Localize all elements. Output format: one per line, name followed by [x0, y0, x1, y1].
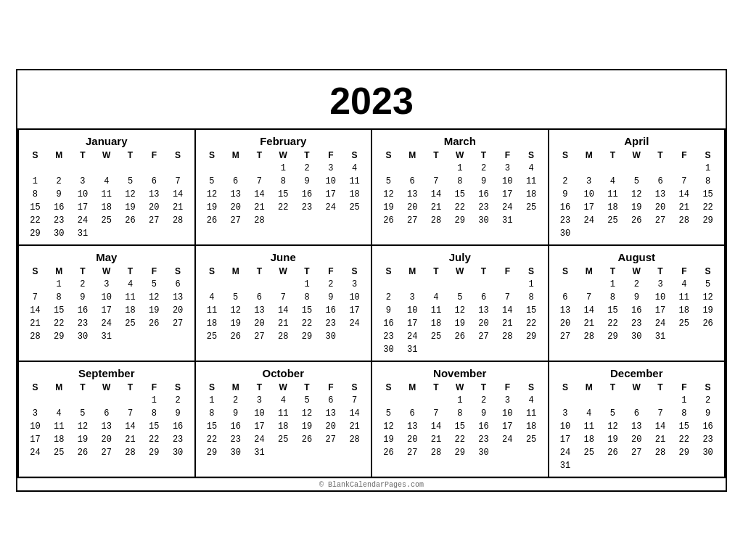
day-header: M: [401, 149, 424, 162]
day-cell: 13: [554, 304, 578, 317]
day-cell: 14: [342, 407, 366, 420]
day-cell: 19: [625, 201, 649, 214]
day-cell: 0: [601, 459, 625, 472]
day-cell: 7: [23, 291, 47, 304]
day-cell: 27: [166, 317, 190, 330]
day-cell: 29: [47, 330, 71, 343]
day-cell: 9: [377, 304, 401, 317]
day-cell: 20: [649, 201, 673, 214]
day-cell: 30: [625, 330, 649, 343]
day-cell: 0: [496, 278, 520, 291]
day-cell: 17: [319, 188, 342, 201]
day-cell: 25: [200, 330, 224, 343]
day-cell: 27: [142, 214, 166, 227]
month-grid: SMTWTFS000123456789101112131415161718192…: [377, 381, 543, 472]
day-cell: 0: [200, 278, 224, 291]
month-name: May: [23, 249, 190, 265]
day-cell: 19: [696, 304, 720, 317]
day-cell: 13: [319, 407, 342, 420]
month-name: January: [23, 133, 190, 149]
day-cell: 14: [496, 304, 520, 317]
day-cell: 30: [223, 446, 247, 459]
day-header: T: [247, 149, 271, 162]
day-cell: 5: [71, 407, 95, 420]
day-cell: 4: [200, 291, 224, 304]
day-cell: 19: [71, 433, 95, 446]
day-cell: 0: [696, 227, 720, 240]
day-header: T: [118, 381, 142, 394]
day-cell: 21: [271, 317, 295, 330]
day-cell: 0: [554, 278, 578, 291]
day-cell: 5: [696, 278, 720, 291]
day-cell: 1: [200, 394, 224, 407]
day-cell: 0: [94, 227, 118, 240]
day-cell: 14: [247, 188, 271, 201]
day-cell: 0: [271, 459, 295, 472]
day-cell: 21: [247, 201, 271, 214]
day-cell: 0: [223, 459, 247, 472]
day-cell: 16: [696, 420, 720, 433]
day-cell: 0: [554, 394, 578, 407]
day-cell: 0: [601, 227, 625, 240]
day-cell: 12: [223, 304, 247, 317]
day-cell: 17: [401, 317, 424, 330]
day-cell: 8: [200, 407, 224, 420]
day-cell: 23: [223, 433, 247, 446]
day-cell: 0: [47, 343, 71, 356]
day-cell: 25: [47, 446, 71, 459]
day-header: W: [448, 149, 472, 162]
day-cell: 24: [496, 433, 520, 446]
day-cell: 31: [94, 330, 118, 343]
day-header: T: [472, 149, 496, 162]
day-cell: 22: [601, 317, 625, 330]
day-header: F: [672, 381, 696, 394]
day-cell: 31: [401, 343, 424, 356]
day-cell: 29: [448, 214, 472, 227]
day-cell: 0: [23, 459, 47, 472]
day-cell: 28: [649, 446, 673, 459]
day-cell: 0: [295, 459, 319, 472]
day-cell: 0: [247, 162, 271, 175]
month-block-april: AprilSMTWTFS0000001234567891011121314151…: [549, 130, 726, 246]
day-cell: 2: [696, 394, 720, 407]
day-cell: 0: [672, 162, 696, 175]
day-cell: 16: [71, 304, 95, 317]
day-cell: 6: [247, 291, 271, 304]
day-cell: 13: [223, 188, 247, 201]
day-cell: 0: [319, 343, 342, 356]
day-cell: 22: [295, 317, 319, 330]
day-cell: 23: [377, 330, 401, 343]
day-cell: 13: [625, 420, 649, 433]
day-cell: 25: [94, 214, 118, 227]
day-cell: 8: [295, 291, 319, 304]
day-cell: 23: [47, 214, 71, 227]
day-header: T: [424, 381, 448, 394]
day-cell: 14: [166, 188, 190, 201]
day-cell: 0: [223, 162, 247, 175]
day-cell: 2: [472, 394, 496, 407]
day-cell: 26: [223, 330, 247, 343]
day-cell: 0: [472, 227, 496, 240]
day-cell: 6: [319, 394, 342, 407]
day-cell: 12: [448, 304, 472, 317]
day-cell: 8: [520, 291, 543, 304]
day-cell: 29: [520, 330, 543, 343]
month-name: November: [377, 365, 543, 381]
day-header: S: [377, 265, 401, 278]
day-header: M: [47, 149, 71, 162]
day-cell: 4: [271, 394, 295, 407]
day-cell: 7: [424, 175, 448, 188]
day-cell: 0: [520, 446, 543, 459]
day-cell: 0: [672, 459, 696, 472]
day-header: T: [295, 381, 319, 394]
day-cell: 24: [23, 446, 47, 459]
day-cell: 0: [448, 343, 472, 356]
month-name: July: [377, 249, 543, 265]
day-cell: 0: [625, 227, 649, 240]
day-cell: 25: [672, 317, 696, 330]
day-cell: 18: [271, 420, 295, 433]
day-cell: 1: [601, 278, 625, 291]
day-cell: 9: [166, 407, 190, 420]
day-cell: 0: [696, 343, 720, 356]
day-cell: 27: [649, 214, 673, 227]
